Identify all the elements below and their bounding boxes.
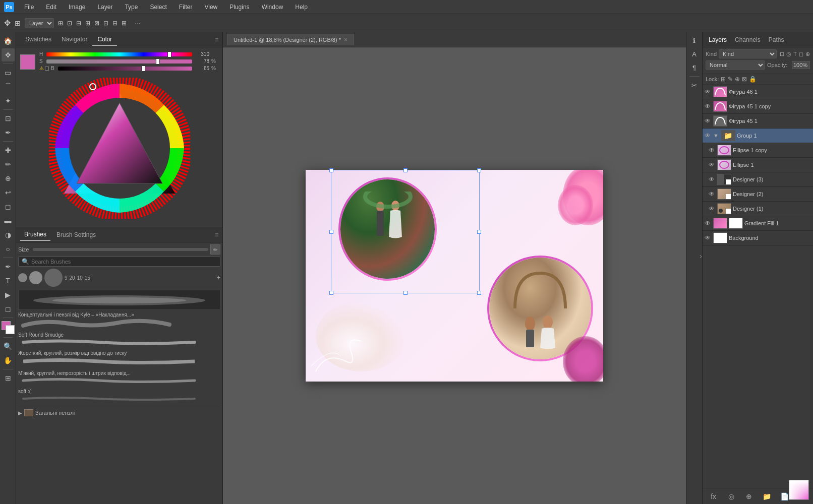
layer-item-8[interactable]: 👁 Designer (1) xyxy=(703,202,813,216)
eyedropper-tool[interactable]: ✒ xyxy=(2,126,15,139)
menu-edit[interactable]: Edit xyxy=(44,3,59,12)
marquee-tool[interactable]: ▭ xyxy=(2,66,15,79)
right-collapse-arrow[interactable]: › xyxy=(700,252,702,260)
tab-paths[interactable]: Paths xyxy=(765,34,788,45)
gradient-tool[interactable]: ▬ xyxy=(2,214,15,227)
handle-bm[interactable] xyxy=(403,291,408,295)
menu-image[interactable]: Image xyxy=(67,3,87,12)
saturation-slider[interactable] xyxy=(46,59,192,64)
add-mask-btn[interactable]: ◎ xyxy=(726,491,737,502)
layer-item-9[interactable]: 👁 Gradient Fill 1 xyxy=(703,216,813,231)
mode-select[interactable]: Normal xyxy=(706,60,765,70)
preset-3[interactable] xyxy=(44,269,63,287)
menu-type[interactable]: Type xyxy=(123,3,140,12)
brush-item-0[interactable]: Концептуальні і пензлі від Kyle – «Накла… xyxy=(18,312,220,329)
hand-tool[interactable]: ✋ xyxy=(2,354,15,367)
brush-panel-menu[interactable]: ≡ xyxy=(215,231,218,238)
visibility-8[interactable]: 👁 xyxy=(709,205,716,212)
align-middle-icon[interactable]: ⊟ xyxy=(112,20,118,27)
handle-bl[interactable] xyxy=(329,291,333,295)
fg-bg-colors[interactable] xyxy=(2,321,15,334)
handle-mr[interactable] xyxy=(477,230,481,234)
menu-plugins[interactable]: Plugins xyxy=(227,3,251,12)
lasso-tool[interactable]: ⌒ xyxy=(2,80,15,93)
layer-item-10[interactable]: 👁 Background xyxy=(703,231,813,245)
menu-view[interactable]: View xyxy=(202,3,219,12)
visibility-6[interactable]: 👁 xyxy=(709,176,716,183)
visibility-3[interactable]: 👁 xyxy=(705,132,712,139)
lock-icon-1[interactable]: ⊞ xyxy=(721,76,726,83)
layer-item-2[interactable]: 👁 Фігура 45 1 xyxy=(703,114,813,129)
saturation-value[interactable]: 78 xyxy=(194,58,209,64)
canvas-tab[interactable]: Untitled-1 @ 18,8% (Designer (2), RGB/8)… xyxy=(227,34,354,45)
clone-stamp-tool[interactable]: ⊕ xyxy=(2,172,15,185)
more-options-icon[interactable]: ··· xyxy=(135,19,141,27)
align-bottom-icon[interactable]: ⊞ xyxy=(122,20,127,27)
background-color[interactable] xyxy=(6,325,15,334)
align-top-icon[interactable]: ⊡ xyxy=(103,20,108,27)
brush-item-4[interactable]: soft :( xyxy=(18,389,220,404)
brush-add-btn[interactable]: + xyxy=(217,274,220,281)
brush-item-3[interactable]: М'який, круглий, непрозорість і штрих ві… xyxy=(18,370,220,386)
size-slider[interactable] xyxy=(33,248,208,251)
crop-tool[interactable]: ⊡ xyxy=(2,112,15,125)
handle-ml[interactable] xyxy=(329,230,333,234)
blur-tool[interactable]: ◑ xyxy=(2,228,15,241)
visibility-2[interactable]: 👁 xyxy=(705,117,712,124)
tab-swatches[interactable]: Swatches xyxy=(20,34,56,46)
move-tool[interactable]: ✥ xyxy=(2,48,15,61)
mini-edit-tool[interactable]: ✂ xyxy=(688,79,701,91)
mini-paragraph-tool[interactable]: ¶ xyxy=(688,61,701,74)
home-tool[interactable]: 🏠 xyxy=(2,34,15,47)
brush-group[interactable]: ▶ Загальні пензлі xyxy=(18,407,220,418)
layer-select[interactable]: Layer xyxy=(25,18,54,28)
search-row[interactable]: 🔍 xyxy=(18,257,220,267)
dodge-tool[interactable]: ○ xyxy=(2,242,15,256)
size-edit-btn[interactable]: ✏ xyxy=(210,244,220,255)
add-style-btn[interactable]: fx xyxy=(708,491,719,502)
tab-channels[interactable]: Channels xyxy=(731,34,765,45)
healing-tool[interactable]: ✚ xyxy=(2,144,15,157)
adjustment-btn[interactable]: ⊕ xyxy=(743,491,754,502)
opacity-input[interactable] xyxy=(792,61,810,69)
mini-type-tool[interactable]: A xyxy=(688,48,701,60)
hue-thumb[interactable] xyxy=(167,51,171,57)
shape-tool[interactable]: ◻ xyxy=(2,302,15,316)
layer-item-1[interactable]: 👁 Фігура 45 1 copy xyxy=(703,99,813,114)
brightness-thumb[interactable] xyxy=(141,66,145,72)
mini-info-tool[interactable]: ℹ xyxy=(688,34,701,46)
brush-scroll[interactable]: Концептуальні і пензлі від Kyle – «Накла… xyxy=(18,312,220,502)
search-brushes-input[interactable] xyxy=(31,259,217,265)
layer-item-6[interactable]: 👁 Designer (3) xyxy=(703,172,813,187)
brush-item-1[interactable]: Soft Round Smudge xyxy=(18,332,220,347)
handle-tl[interactable] xyxy=(329,168,333,172)
preset-1[interactable] xyxy=(18,273,27,282)
history-brush-tool[interactable]: ↩ xyxy=(2,186,15,199)
handle-tm[interactable] xyxy=(403,168,408,172)
tab-brushes[interactable]: Brushes xyxy=(20,229,50,241)
visibility-7[interactable]: 👁 xyxy=(709,191,716,198)
lock-icon-3[interactable]: ⊕ xyxy=(735,76,740,83)
visibility-10[interactable]: 👁 xyxy=(705,234,712,241)
zoom-tool[interactable]: 🔍 xyxy=(2,340,15,353)
spectrum-box[interactable] xyxy=(789,480,809,500)
brightness-slider[interactable] xyxy=(58,67,192,71)
distribute-icon[interactable]: ⊠ xyxy=(94,20,99,27)
layer-item-5[interactable]: 👁 Ellipse 1 xyxy=(703,158,813,172)
magic-wand-tool[interactable]: ✦ xyxy=(2,94,15,107)
brush-item-2[interactable]: Жорсткий, круглий, розмір відповідно до … xyxy=(18,350,220,367)
menu-filter[interactable]: Filter xyxy=(177,3,195,12)
group-btn[interactable]: 📁 xyxy=(761,491,772,502)
tab-layers[interactable]: Layers xyxy=(705,34,731,45)
menu-select[interactable]: Select xyxy=(148,3,168,12)
brush-tool[interactable]: ✏ xyxy=(2,158,15,171)
visibility-4[interactable]: 👁 xyxy=(709,147,716,154)
layer-item-7[interactable]: 👁 Designer (2) xyxy=(703,187,813,202)
color-preview-swatch[interactable] xyxy=(20,54,35,70)
edit-toolbar-btn[interactable]: ⊞ xyxy=(2,371,15,385)
expand-group[interactable]: ▼ xyxy=(713,133,719,139)
type-tool[interactable]: T xyxy=(2,274,15,287)
path-select-tool[interactable]: ▶ xyxy=(2,288,15,301)
layers-list[interactable]: 👁 Фігура 46 1 👁 Фігура 45 1 copy 👁 xyxy=(703,85,813,488)
handle-tr[interactable] xyxy=(477,168,481,172)
